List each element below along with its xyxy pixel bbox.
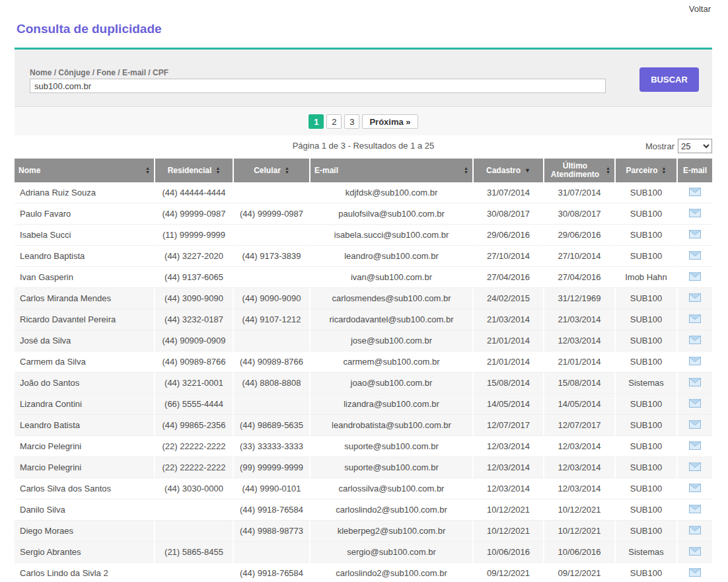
cell-parceiro: SUB100 bbox=[614, 288, 676, 309]
send-email-button[interactable] bbox=[689, 230, 701, 238]
cell-residencial: (44) 3232-0187 bbox=[154, 309, 233, 330]
envelope-icon bbox=[689, 272, 701, 281]
cell-email: leandrobatista@sub100.com.br bbox=[309, 415, 472, 436]
send-email-button[interactable] bbox=[689, 272, 701, 281]
cell-nome: Leandro Baptista bbox=[15, 246, 154, 267]
send-email-button[interactable] bbox=[689, 484, 701, 492]
cell-parceiro: SUB100 bbox=[614, 436, 676, 457]
cell-email-action bbox=[676, 457, 712, 478]
cell-cadastro: 14/05/2014 bbox=[472, 394, 543, 415]
table-row: Danilo Silva(44) 9918-76584carloslindo2@… bbox=[15, 499, 712, 521]
cell-parceiro: SUB100 bbox=[614, 203, 676, 225]
cell-celular: (44) 9090-9090 bbox=[233, 288, 309, 309]
send-email-button[interactable] bbox=[689, 378, 701, 386]
column-header-2[interactable]: Celular▲▼ bbox=[233, 159, 309, 182]
envelope-icon bbox=[689, 357, 701, 365]
cell-ultimo_atendimento: 21/03/2014 bbox=[543, 309, 614, 330]
cell-parceiro: Imob Hahn bbox=[614, 267, 676, 288]
envelope-icon bbox=[689, 314, 701, 323]
envelope-icon bbox=[689, 547, 701, 556]
cell-email: carmem@sub100.com.br bbox=[309, 351, 472, 373]
cell-residencial: (44) 3221-0001 bbox=[154, 373, 233, 394]
cell-email: isabela.succi@sub100.com.br bbox=[309, 225, 472, 246]
column-header-3[interactable]: E-mail▲▼ bbox=[309, 159, 472, 182]
sort-both-icon: ▲▼ bbox=[215, 166, 220, 174]
send-email-button[interactable] bbox=[689, 568, 701, 577]
cell-residencial: (44) 90909-0909 bbox=[154, 330, 233, 351]
cell-email-action bbox=[676, 394, 712, 415]
cell-parceiro: SUB100 bbox=[614, 309, 676, 330]
table-row: Sergio Abrantes(21) 5865-8455sergio@sub1… bbox=[15, 542, 712, 563]
column-header-6[interactable]: Parceiro▲▼ bbox=[614, 159, 676, 182]
table-row: Adriana Ruiz Souza(44) 44444-4444kdjfdsk… bbox=[15, 182, 712, 203]
send-email-button[interactable] bbox=[689, 314, 701, 323]
table-row: Leandro Batista(44) 99865-2356(44) 98689… bbox=[15, 415, 712, 436]
column-header-5[interactable]: Último Atendimento▲▼ bbox=[543, 159, 614, 182]
send-email-button[interactable] bbox=[689, 505, 701, 513]
send-email-button[interactable] bbox=[689, 420, 701, 429]
cell-celular: (44) 9918-76584 bbox=[233, 563, 309, 582]
cell-ultimo_atendimento: 31/07/2014 bbox=[543, 182, 614, 203]
send-email-button[interactable] bbox=[689, 188, 701, 196]
send-email-button[interactable] bbox=[689, 209, 701, 217]
cell-email-action bbox=[676, 288, 712, 309]
send-email-button[interactable] bbox=[689, 293, 701, 302]
column-header-4[interactable]: Cadastro▼ bbox=[472, 159, 543, 182]
cell-cadastro: 10/12/2021 bbox=[472, 521, 543, 542]
cell-ultimo_atendimento: 12/07/2017 bbox=[543, 415, 614, 436]
cell-parceiro: SUB100 bbox=[614, 246, 676, 267]
column-header-1[interactable]: Residencial▲▼ bbox=[154, 159, 233, 182]
cell-ultimo_atendimento: 27/10/2014 bbox=[543, 246, 614, 267]
cell-cadastro: 10/06/2016 bbox=[472, 542, 543, 563]
cell-residencial: (44) 3090-9090 bbox=[154, 288, 233, 309]
send-email-button[interactable] bbox=[689, 336, 701, 344]
cell-cadastro: 12/07/2017 bbox=[472, 415, 543, 436]
column-label: Nome bbox=[18, 166, 40, 175]
cell-residencial: (44) 9137-6065 bbox=[154, 267, 233, 288]
sort-both-icon: ▲▼ bbox=[145, 166, 150, 174]
send-email-button[interactable] bbox=[689, 526, 701, 534]
page-button-2[interactable]: 2 bbox=[326, 114, 342, 129]
sort-both-icon: ▲▼ bbox=[464, 166, 468, 174]
pagination: 123Próxima » bbox=[15, 108, 712, 135]
search-input[interactable] bbox=[30, 79, 606, 93]
page-button-3[interactable]: 3 bbox=[344, 114, 359, 129]
column-label: Parceiro bbox=[626, 166, 658, 175]
page-title: Consulta de duplicidade bbox=[17, 22, 162, 36]
cell-email: suporte@sub100.com.br bbox=[309, 436, 472, 457]
column-header-0[interactable]: Nome▲▼ bbox=[15, 159, 154, 182]
envelope-icon bbox=[689, 420, 701, 429]
column-label: E-mail bbox=[683, 166, 707, 175]
cell-cadastro: 21/01/2014 bbox=[472, 330, 543, 351]
page-size-select[interactable]: 25 bbox=[678, 139, 712, 153]
cell-nome: Adriana Ruiz Souza bbox=[15, 182, 154, 203]
table-row: Isabela Succi(11) 99999-9999isabela.succ… bbox=[15, 225, 712, 246]
cell-celular bbox=[233, 394, 309, 415]
cell-email-action bbox=[676, 225, 712, 246]
envelope-icon bbox=[689, 251, 701, 260]
send-email-button[interactable] bbox=[689, 251, 701, 260]
page-button-1[interactable]: 1 bbox=[309, 114, 324, 129]
send-email-button[interactable] bbox=[689, 462, 701, 471]
cell-residencial: (44) 3030-0000 bbox=[154, 478, 233, 499]
send-email-button[interactable] bbox=[689, 399, 701, 408]
send-email-button[interactable] bbox=[689, 441, 701, 450]
cell-celular bbox=[233, 182, 309, 203]
envelope-icon bbox=[689, 209, 701, 217]
send-email-button[interactable] bbox=[689, 357, 701, 365]
envelope-icon bbox=[689, 462, 701, 471]
cell-nome: Ricardo Davantel Pereira bbox=[15, 309, 154, 330]
table-row: Ricardo Davantel Pereira(44) 3232-0187(4… bbox=[15, 309, 712, 330]
column-label: E-mail bbox=[314, 166, 338, 175]
send-email-button[interactable] bbox=[689, 547, 701, 556]
next-page-button[interactable]: Próxima » bbox=[362, 114, 418, 129]
cell-residencial: (21) 5865-8455 bbox=[154, 542, 233, 563]
back-link[interactable]: Voltar bbox=[689, 4, 711, 14]
sort-both-icon: ▲▼ bbox=[662, 166, 667, 174]
cell-ultimo_atendimento: 09/12/2021 bbox=[543, 563, 614, 582]
cell-nome: Marcio Pelegrini bbox=[15, 436, 154, 457]
cell-ultimo_atendimento: 10/12/2021 bbox=[543, 499, 614, 521]
cell-cadastro: 27/04/2016 bbox=[472, 267, 543, 288]
cell-cadastro: 12/03/2014 bbox=[472, 478, 543, 499]
buscar-button[interactable]: BUSCAR bbox=[639, 67, 699, 92]
